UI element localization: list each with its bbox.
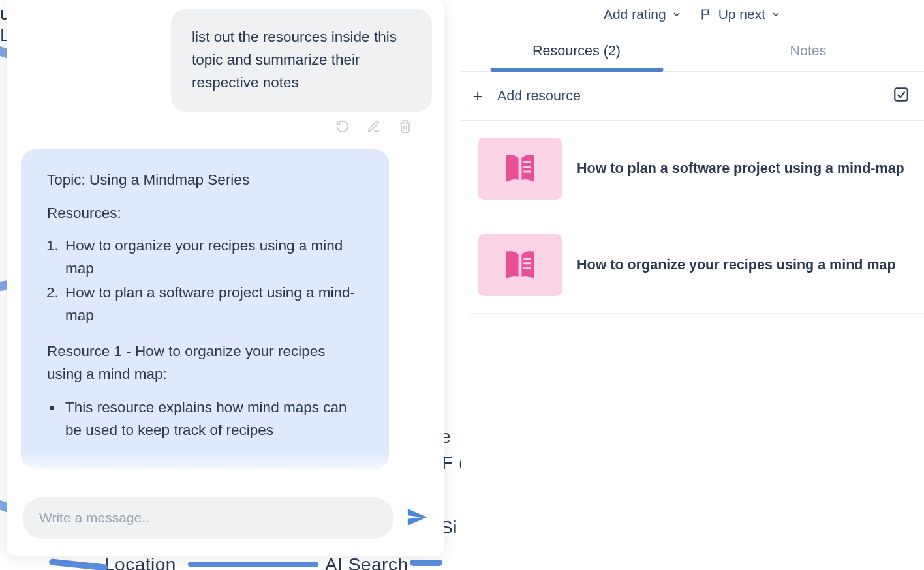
book-icon [501,247,539,284]
book-icon [501,150,539,188]
ai-topic-line: Topic: Using a Mindmap Series [47,169,363,192]
send-icon [406,506,428,528]
svg-rect-2 [523,166,531,168]
ai-resource-list: How to organize your recipes using a min… [47,235,363,327]
message-actions [18,119,412,136]
ai-message: Topic: Using a Mindmap Series Resources:… [21,149,389,470]
chat-input-row [7,483,444,556]
chat-scroll[interactable]: list out the resources inside this topic… [7,0,444,483]
top-actions: Add rating Up next [461,0,924,31]
ai-resources-label: Resources: [47,202,363,225]
send-button[interactable] [406,506,428,530]
resource-title: How to organize your recipes using a min… [577,255,896,275]
tab-notes[interactable]: Notes [692,31,924,71]
resource-title: How to plan a software project using a m… [577,158,904,178]
ai-detail-list: This resource explains how mind maps can… [47,397,363,442]
resource-item[interactable]: How to organize your recipes using a min… [469,217,924,314]
resource-thumb [478,234,562,296]
ai-detail-heading: Resource 1 - How to organize your recipe… [47,340,363,386]
tab-label: Notes [790,43,826,59]
svg-rect-3 [523,170,531,172]
delete-icon[interactable] [398,119,412,136]
flag-icon [700,8,713,21]
regenerate-icon[interactable] [335,119,350,136]
add-rating-button[interactable]: Add rating [604,7,682,22]
resource-thumb [478,138,562,200]
resource-item[interactable]: How to plan a software project using a m… [469,121,924,217]
ai-detail-bullet: This resource explains how mind maps can… [63,397,363,442]
svg-rect-4 [523,257,531,259]
select-mode-toggle[interactable] [893,86,910,106]
add-resource-label: Add resource [497,88,581,104]
chevron-down-icon [771,9,781,20]
ai-resource-item: How to plan a software project using a m… [63,282,363,327]
user-message: list out the resources inside this topic… [171,9,432,112]
add-resource-row: + Add resource [461,72,924,121]
chevron-down-icon [671,9,682,20]
up-next-label: Up next [718,7,765,22]
tab-resources[interactable]: Resources (2) [461,31,692,71]
ai-resource-item: How to organize your recipes using a min… [63,235,363,280]
chat-panel: list out the resources inside this topic… [7,0,444,556]
up-next-button[interactable]: Up next [700,7,781,22]
right-panel: Add rating Up next Resources (2) Notes +… [461,0,924,570]
svg-rect-0 [895,88,908,101]
tabs: Resources (2) Notes [461,31,924,72]
svg-rect-1 [523,160,531,162]
add-resource-button[interactable]: + Add resource [470,87,581,104]
svg-rect-6 [523,267,531,269]
edit-icon[interactable] [367,119,381,136]
add-rating-label: Add rating [604,7,666,22]
plus-icon: + [470,87,485,104]
chat-input[interactable] [22,497,394,539]
tab-label: Resources (2) [532,43,621,59]
resource-list: How to plan a software project using a m… [461,121,924,314]
svg-rect-5 [523,262,531,264]
